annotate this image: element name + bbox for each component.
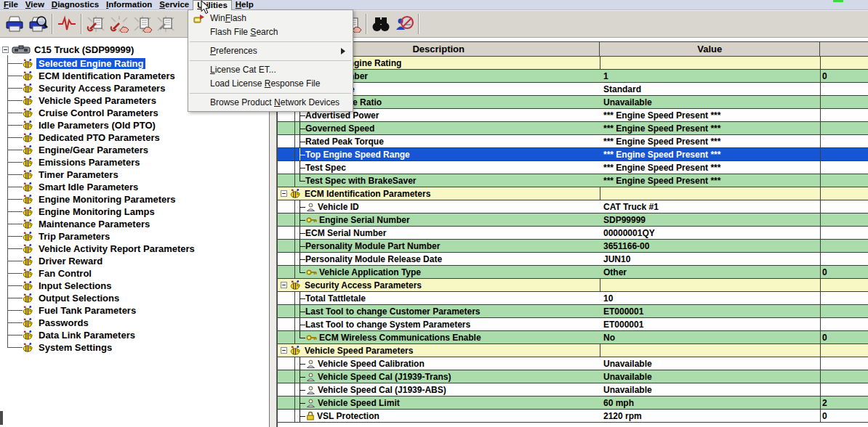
utilities-menu-item-flash-file-search[interactable]: Flash File Search xyxy=(188,25,353,39)
table-row[interactable]: Vehicle Speed Limit60 mph2 xyxy=(278,396,868,410)
tree-item-smart-idle-parameters[interactable]: Smart Idle Parameters xyxy=(23,181,140,193)
table-row[interactable]: Rating Number10 xyxy=(278,70,868,83)
row-value-cell: Unavailable xyxy=(600,357,821,370)
tree-item-passwords[interactable]: Passwords xyxy=(23,317,91,329)
menu-item-view[interactable]: View xyxy=(22,0,48,10)
tree-item-ecm-identification-parameters[interactable]: ECM Identification Parameters xyxy=(23,70,177,82)
tree-tick xyxy=(295,370,305,383)
tree-item-fan-control[interactable]: Fan Control xyxy=(23,267,94,280)
param-name: VSL Protection xyxy=(317,411,379,421)
mouse-cursor xyxy=(201,1,210,18)
utilities-menu-item-browse-product-network-devices[interactable]: Browse Product Network Devices xyxy=(188,96,353,110)
table-row[interactable]: Vehicle Speed CalibrationUnavailable xyxy=(278,357,868,370)
table-row[interactable]: Rated Peak Torque*** Engine Speed Presen… xyxy=(278,135,868,148)
group-value-cell xyxy=(600,57,821,69)
toolbar-waveform-button[interactable] xyxy=(55,13,79,35)
bee-icon xyxy=(23,71,33,81)
table-row[interactable]: Vehicle Speed Cal (J1939-Trans)Unavailab… xyxy=(278,370,868,383)
tree-item-timer-parameters[interactable]: Timer Parameters xyxy=(23,168,121,181)
table-row[interactable]: Last Tool to change System ParametersET0… xyxy=(278,318,868,331)
row-margin-cell xyxy=(278,253,295,265)
table-row[interactable]: Personality Module Release DateJUN10 xyxy=(278,253,868,266)
tree-item-maintenance-parameters[interactable]: Maintenance Parameters xyxy=(23,218,152,230)
utilities-menu-item-preferences[interactable]: Preferences xyxy=(188,44,353,58)
table-row[interactable]: Personality Module Part Number3651166-00 xyxy=(278,240,868,253)
menu-item-diagnostics[interactable]: Diagnostics xyxy=(48,0,103,10)
tree-tick xyxy=(295,122,305,134)
toolbar-tool-doc-d-button[interactable] xyxy=(154,13,177,35)
row-extra-cell xyxy=(821,214,868,226)
table-row[interactable]: Test Spec*** Engine Speed Present *** xyxy=(278,161,868,174)
group-label: Security Access Parameters xyxy=(305,280,422,290)
toolbar-tool-doc-a-button[interactable] xyxy=(84,13,108,35)
tree-item-cruise-control-parameters[interactable]: Cruise Control Parameters xyxy=(23,107,161,119)
tree-item-engine-monitoring-lamps[interactable]: Engine Monitoring Lamps xyxy=(23,206,157,218)
table-row[interactable]: Top Engine Speed Range*** Engine Speed P… xyxy=(278,148,868,161)
menu-item-file[interactable]: File xyxy=(0,0,22,10)
tree-item-label: Cruise Control Parameters xyxy=(36,107,161,118)
utilities-menu-item-load-license-response-file[interactable]: Load License Response File xyxy=(188,77,353,91)
tree-item-dedicated-pto-parameters[interactable]: Dedicated PTO Parameters xyxy=(23,131,162,144)
table-row[interactable]: ECM Serial Number00000001QY xyxy=(278,227,868,240)
table-group-row[interactable]: Security Access Parameters xyxy=(278,279,868,292)
tree-item-selected-engine-rating[interactable]: Selected Engine Rating xyxy=(23,57,145,70)
row-description-cell: ECM Serial Number xyxy=(295,227,600,239)
tree-root[interactable]: C15 Truck (SDP99999) xyxy=(2,44,134,56)
tree-item-vehicle-activity-report-parameters[interactable]: Vehicle Activity Report Parameters xyxy=(23,243,197,255)
param-name: Personality Module Release Date xyxy=(305,254,442,264)
toolbar-tool-doc-b-button[interactable] xyxy=(108,13,131,35)
tree-item-engine-gear-parameters[interactable]: Engine/Gear Parameters xyxy=(23,144,150,156)
table-group-row[interactable]: Vehicle Speed Parameters xyxy=(278,344,868,357)
scrollbar-fragment[interactable] xyxy=(0,411,3,425)
tree-item-vehicle-speed-parameters[interactable]: Vehicle Speed Parameters xyxy=(23,94,158,107)
table-row[interactable]: Multi-Torque RatioUnavailable xyxy=(278,96,868,109)
tree-item-engine-monitoring-parameters[interactable]: Engine Monitoring Parameters xyxy=(23,193,178,206)
table-row[interactable]: Total Tattletale10 xyxy=(278,292,868,305)
tree-item-input-selections[interactable]: Input Selections xyxy=(23,280,113,292)
tree-item-system-settings[interactable]: System Settings xyxy=(23,341,114,354)
row-description-cell: Personality Module Part Number xyxy=(295,240,600,252)
bee-icon xyxy=(290,280,301,290)
toolbar-tool-doc-c-button[interactable] xyxy=(131,13,154,35)
tree-item-idle-parameters-old-pto[interactable]: Idle Parameters (Old PTO) xyxy=(23,119,158,131)
row-value-cell: SDP99999 xyxy=(600,214,821,226)
tree-item-fuel-tank-parameters[interactable]: Fuel Tank Parameters xyxy=(23,304,138,317)
table-row[interactable]: Last Tool to change Customer ParametersE… xyxy=(278,305,868,318)
toolbar-disconnect-button[interactable] xyxy=(393,13,416,35)
table-row[interactable]: VSL Protection2120 rpm0 xyxy=(278,410,868,423)
table-row[interactable]: Vehicle IDCAT Truck #1 xyxy=(278,200,868,214)
tree-item-driver-reward[interactable]: Driver Reward xyxy=(23,255,105,267)
toolbar-print-preview-button[interactable] xyxy=(26,13,49,35)
tree-item-trip-parameters[interactable]: Trip Parameters xyxy=(23,230,112,243)
menu-item-information[interactable]: Information xyxy=(103,0,156,10)
menu-item-service[interactable]: Service xyxy=(156,0,193,10)
tree-item-emissions-parameters[interactable]: Emissions Parameters xyxy=(23,156,142,168)
menu-item-utilities[interactable]: Utilities xyxy=(193,0,232,10)
table-row[interactable]: Test Spec with BrakeSaver*** Engine Spee… xyxy=(278,174,868,187)
toolbar-print-button[interactable] xyxy=(3,13,26,35)
table-row[interactable]: Vehicle Application TypeOther0 xyxy=(278,266,868,279)
table-row[interactable]: Governed Speed*** Engine Speed Present *… xyxy=(278,122,868,135)
table-group-row[interactable]: Selected Engine Rating xyxy=(278,57,868,70)
group-expander-icon xyxy=(281,347,287,354)
menu-item-help[interactable]: Help xyxy=(232,0,257,10)
table-row[interactable]: Advertised Power*** Engine Speed Present… xyxy=(278,109,868,122)
tree-item-data-link-parameters[interactable]: Data Link Parameters xyxy=(23,329,137,341)
utilities-menu-item-license-cat-et[interactable]: License Cat ET... xyxy=(188,63,353,77)
table-row[interactable]: Engine Serial NumberSDP99999 xyxy=(278,214,868,227)
param-name: ECM Wireless Communications Enable xyxy=(319,333,481,343)
tree-item-security-access-parameters[interactable]: Security Access Parameters xyxy=(23,82,167,94)
tree-connector xyxy=(7,273,23,274)
row-value-cell: 2120 rpm xyxy=(600,410,821,422)
row-margin-cell xyxy=(278,357,295,370)
table-row[interactable]: Vehicle Speed Cal (J1939-ABS)Unavailable xyxy=(278,383,868,396)
utilities-menu-item-winflash[interactable]: WinFlash xyxy=(188,12,353,25)
table-row[interactable]: ECM Wireless Communications EnableNo0 xyxy=(278,331,868,344)
lock-icon xyxy=(306,411,315,420)
row-description-cell: Governed Speed xyxy=(295,122,600,134)
toolbar-binoculars-button[interactable] xyxy=(369,13,393,35)
tree-item-output-selections[interactable]: Output Selections xyxy=(23,292,121,304)
table-group-row[interactable]: ECM Identification Parameters xyxy=(278,187,868,200)
table-row[interactable]: Rating TypeStandard xyxy=(278,83,868,96)
param-name: Vehicle Application Type xyxy=(319,267,421,277)
